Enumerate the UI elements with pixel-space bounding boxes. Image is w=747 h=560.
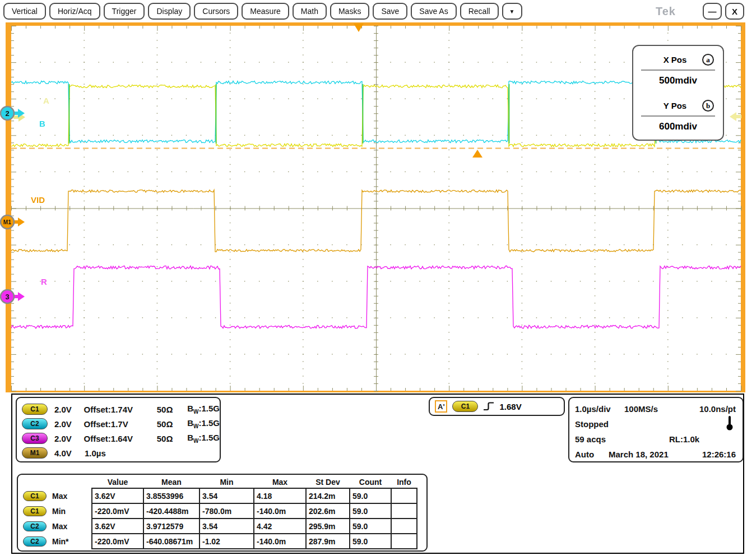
measurement-cell — [391, 488, 417, 503]
channel-bandwidth: BW:1.5G — [187, 418, 220, 429]
channel-offset: Offset:1.74V — [84, 405, 157, 414]
measurement-cell: 4.18 — [254, 488, 306, 503]
measurement-row: C1Max3.62V3.85539963.544.18214.2m59.0 — [20, 488, 417, 503]
channel-row-c3: C32.0VOffset:1.64V50ΩBW:1.5G — [22, 431, 220, 446]
acq-status: Stopped — [575, 419, 609, 429]
x-pos-label: X Pos — [642, 55, 693, 64]
readout-panel: C12.0VOffset:1.74V50ΩBW:1.5GC22.0VOffset… — [11, 394, 744, 554]
y-pos-value[interactable]: 600mdiv — [639, 121, 717, 132]
measurement-channel-pill[interactable]: C1 — [23, 491, 47, 501]
channel-pill-c1[interactable]: C1 — [22, 404, 48, 415]
measurement-header: Max — [254, 476, 306, 488]
measurement-cell — [391, 519, 417, 534]
measurement-cell: 3.8553996 — [143, 488, 199, 503]
channel-pill-c2[interactable]: C2 — [22, 418, 48, 429]
knob-b-badge[interactable]: b — [702, 100, 714, 112]
acq-count: 59 acqs — [575, 434, 606, 444]
measurement-cell: -780.0m — [199, 503, 254, 519]
menu-more-button[interactable]: ▼ — [502, 3, 522, 20]
measurement-header: Value — [92, 476, 143, 488]
measurement-cell: 3.62V — [92, 519, 143, 534]
channel-offset: 1.0µs — [85, 448, 160, 458]
measurement-cell: 59.0 — [350, 519, 391, 534]
measurement-name: Min — [52, 507, 66, 516]
measurement-table: ValueMeanMinMaxSt DevCountInfoC1Max3.62V… — [20, 476, 417, 549]
trigger-level: 1.68V — [499, 402, 521, 411]
rising-edge-icon — [483, 401, 494, 411]
measurement-cell: 59.0 — [350, 534, 391, 549]
measurement-channel-pill[interactable]: C1 — [23, 506, 47, 516]
menu-buttons: VerticalHoriz/AcqTriggerDisplayCursorsMe… — [3, 3, 522, 20]
measurement-cell: -1.02 — [199, 534, 254, 549]
measurement-cell — [391, 503, 417, 519]
y-pos-group: Y Pos b 600mdiv — [639, 100, 717, 132]
measurement-header: St Dev — [306, 476, 350, 488]
measurement-cell: 3.62V — [92, 488, 143, 503]
measurement-channel-pill[interactable]: C2 — [23, 536, 47, 547]
menu-button-recall[interactable]: Recall — [460, 3, 499, 20]
trigger-channel-pill[interactable]: C1 — [452, 401, 478, 412]
knob-a-badge[interactable]: a — [702, 54, 714, 66]
measurement-cell: 59.0 — [350, 488, 391, 503]
measurement-cell: -140.0m — [254, 534, 306, 549]
time: 12:26:16 — [702, 450, 736, 459]
trigger-source-badge: A' — [435, 400, 447, 413]
measurement-cell: 287.9m — [306, 534, 350, 549]
channel-scale: 2.0V — [48, 434, 84, 443]
measurement-cell: -220.0mV — [92, 534, 143, 549]
measurement-cell: 3.9712579 — [143, 519, 199, 534]
channel-scale: 4.0V — [48, 448, 85, 458]
measurement-cell: -220.0mV — [92, 503, 143, 519]
measurement-row: C1Min-220.0mV-420.4488m-780.0m-140.0m202… — [20, 503, 417, 519]
measurement-cell: 202.6m — [306, 503, 350, 519]
channel-impedance: 50Ω — [157, 434, 187, 443]
menu-button-measure[interactable]: Measure — [242, 3, 289, 20]
measurement-cell: 3.54 — [199, 488, 254, 503]
divider — [641, 115, 715, 117]
close-button[interactable]: X — [725, 3, 744, 20]
measurement-header: Count — [350, 476, 391, 488]
measurement-row: C2Min*-220.0mV-640.08671m-1.02-140.0m287… — [20, 534, 417, 549]
y-pos-label: Y Pos — [642, 101, 693, 110]
measurement-name: Max — [52, 522, 67, 531]
channel-row-m1: M14.0V1.0µs — [22, 446, 220, 460]
record-length: RL:1.0k — [669, 434, 699, 444]
thermometer-icon — [726, 415, 734, 431]
measurement-cell: 3.54 — [199, 519, 254, 534]
channel-pill-c3[interactable]: C3 — [22, 433, 48, 444]
channel-row-c1: C12.0VOffset:1.74V50ΩBW:1.5G — [22, 402, 220, 416]
menu-button-masks[interactable]: Masks — [330, 3, 369, 20]
measurement-cell: 4.42 — [254, 519, 306, 534]
channel-readouts: C12.0VOffset:1.74V50ΩBW:1.5GC22.0VOffset… — [16, 397, 221, 462]
channel-bandwidth: BW:1.5G — [187, 404, 220, 415]
menu-button-save-as[interactable]: Save As — [411, 3, 456, 20]
x-pos-value[interactable]: 500mdiv — [639, 75, 717, 86]
measurement-channel-pill[interactable]: C2 — [23, 521, 47, 531]
measurement-name: Max — [52, 492, 67, 501]
menu-button-save[interactable]: Save — [373, 3, 407, 20]
channel-scale: 2.0V — [48, 419, 84, 429]
x-pos-group: X Pos a 500mdiv — [639, 54, 717, 86]
menu-button-display[interactable]: Display — [148, 3, 191, 20]
channel-pill-m1[interactable]: M1 — [22, 447, 48, 459]
measurement-header: Mean — [143, 476, 199, 488]
menu-button-horiz-acq[interactable]: Horiz/Acq — [49, 3, 100, 20]
channel-offset: Offset:1.64V — [84, 434, 157, 443]
channel-scale: 2.0V — [48, 405, 84, 414]
trigger-readout[interactable]: A' C1 1.68V — [429, 397, 565, 416]
channel-bandwidth: BW:1.5G — [187, 433, 220, 444]
measurement-cell: -140.0m — [254, 503, 306, 519]
menu-button-vertical[interactable]: Vertical — [3, 3, 46, 20]
measurement-cell: 59.0 — [350, 503, 391, 519]
channel-impedance: 50Ω — [157, 405, 187, 414]
menu-button-math[interactable]: Math — [293, 3, 327, 20]
resolution: 10.0ns/pt — [699, 404, 736, 414]
measurement-cell — [391, 534, 417, 549]
measurement-header: Info — [391, 476, 417, 488]
menu-button-cursors[interactable]: Cursors — [194, 3, 238, 20]
sample-rate: 100MS/s — [624, 404, 658, 414]
menu-button-trigger[interactable]: Trigger — [104, 3, 145, 20]
minimize-button[interactable]: — — [703, 3, 722, 20]
measurement-name: Min* — [52, 537, 69, 546]
measurement-cell: -420.4488m — [143, 503, 199, 519]
